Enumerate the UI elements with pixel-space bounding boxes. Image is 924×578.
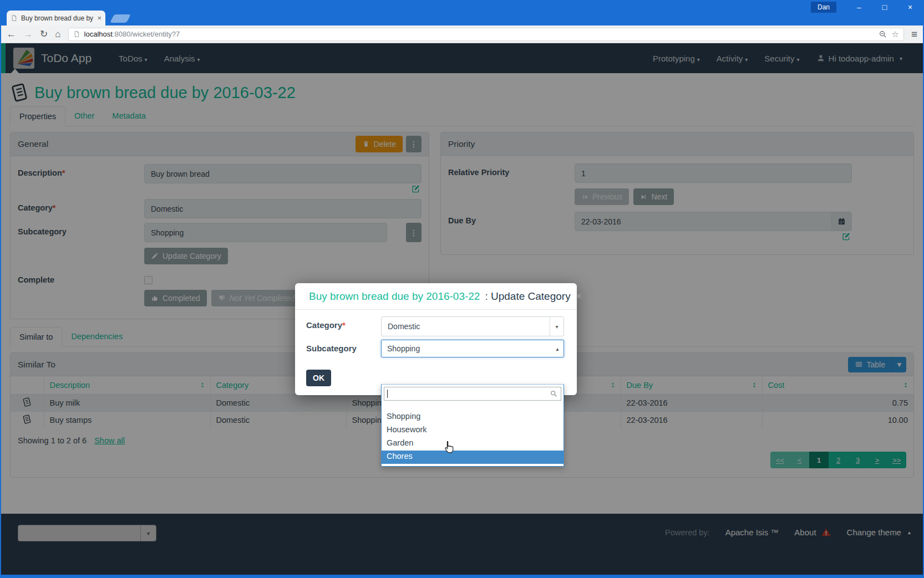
browser-menu-icon[interactable]: ≡ (911, 28, 917, 40)
dialog-close-icon[interactable]: × (576, 290, 582, 303)
dialog-action-title: : Update Category (485, 290, 570, 303)
profile-chip[interactable]: Dan (811, 2, 836, 13)
browser-toolbar: ← → ↻ ⌂ localhost:8080/wicket/entity?7 ☆… (1, 25, 923, 43)
dialog-body: Category* Domestic ▾ Subcategory Shoppin… (295, 310, 577, 395)
browser-tab[interactable]: Buy brown bread due by 2... × (7, 11, 105, 25)
dialog-subcategory-label: Subcategory (306, 340, 381, 357)
caret-down-icon: ▾ (550, 317, 563, 336)
window-minimize-button[interactable]: – (846, 0, 872, 14)
subcategory-options: Shopping Housework Garden Chores (382, 403, 563, 466)
browser-window: Buy brown bread due by 2... × Dan – □ × … (0, 0, 924, 578)
dialog-entity-title: Buy brown bread due by 2016-03-22 (309, 290, 480, 303)
zoom-out-icon[interactable] (879, 30, 887, 39)
tab-title: Buy brown bread due by 2... (21, 14, 94, 22)
back-icon[interactable]: ← (7, 29, 16, 39)
home-icon[interactable]: ⌂ (55, 29, 60, 39)
mouse-pointer-icon (441, 440, 456, 454)
url-bar[interactable]: localhost:8080/wicket/entity?7 ☆ (68, 28, 904, 41)
window-close-button[interactable]: × (897, 0, 923, 14)
dialog-header: Buy brown bread due by 2016-03-22 : Upda… (295, 283, 577, 310)
caret-up-icon: ▴ (551, 346, 563, 352)
window-maximize-button[interactable]: □ (872, 0, 897, 14)
option-housework[interactable]: Housework (382, 424, 563, 437)
option-shopping[interactable]: Shopping (382, 411, 563, 424)
dialog-subcategory-select[interactable]: Shopping ▴ (381, 340, 564, 357)
url-text: localhost:8080/wicket/entity?7 (84, 30, 875, 38)
dialog-category-label: Category* (306, 316, 381, 336)
bookmark-star-icon[interactable]: ☆ (891, 29, 898, 39)
update-category-dialog: Buy brown bread due by 2016-03-22 : Upda… (295, 283, 577, 395)
forward-icon[interactable]: → (23, 29, 33, 39)
text-cursor (387, 390, 388, 398)
refresh-icon[interactable]: ↻ (40, 29, 48, 39)
app-viewport: ToDo App ToDos▾ Analysis▾ Prototyping▾ A… (1, 43, 923, 575)
favicon-doc-icon (11, 14, 18, 22)
option-chores[interactable]: Chores (382, 451, 563, 464)
url-path: :8080/wicket/entity?7 (113, 30, 180, 38)
search-icon (550, 390, 558, 398)
tab-close-icon[interactable]: × (97, 14, 101, 22)
new-tab-button[interactable] (110, 14, 131, 23)
ok-button[interactable]: OK (306, 370, 331, 386)
dialog-category-select[interactable]: Domestic ▾ (381, 316, 564, 336)
browser-titlebar: Buy brown bread due by 2... × Dan – □ × (1, 0, 923, 25)
page-icon (73, 30, 80, 38)
subcategory-dropdown: Shopping Housework Garden Chores (381, 384, 564, 467)
option-garden[interactable]: Garden (382, 437, 563, 451)
url-host: localhost (84, 30, 113, 38)
subcategory-search-input[interactable] (384, 387, 561, 401)
